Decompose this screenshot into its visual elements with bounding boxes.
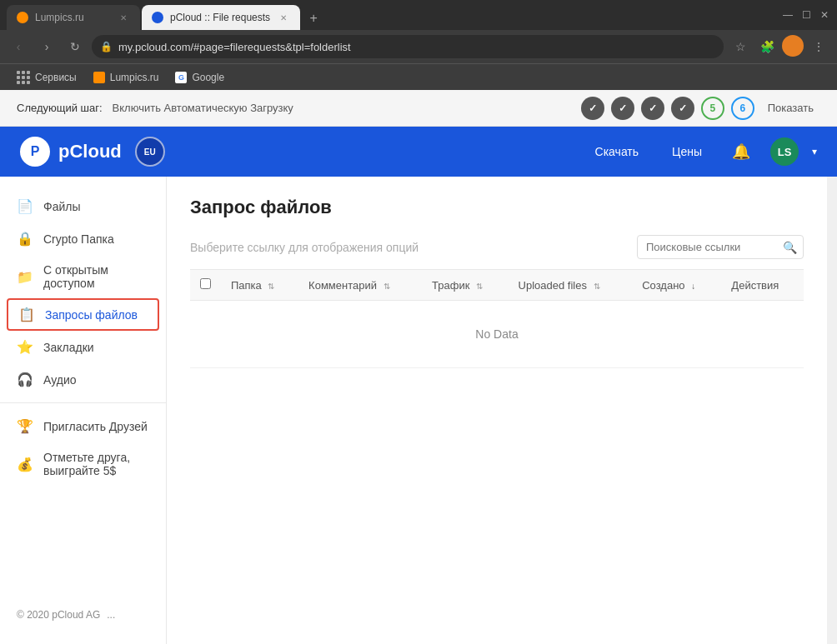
extension-button[interactable]: 🧩 <box>755 35 779 58</box>
sidebar-label-shared: С открытым доступом <box>43 263 149 290</box>
browser-chrome: Lumpics.ru ✕ pCloud :: File requests ✕ +… <box>0 0 837 90</box>
step-circles: ✓ ✓ ✓ ✓ 5 6 Показать <box>581 97 820 120</box>
step-circle-4: ✓ <box>671 97 694 120</box>
bookmark-services[interactable]: Сервисы <box>10 67 83 87</box>
bookmark-services-label: Сервисы <box>35 72 77 83</box>
lock-icon: 🔒 <box>100 41 113 52</box>
maximize-button[interactable]: ☐ <box>800 9 812 21</box>
sidebar-item-audio[interactable]: 🎧 Аудио <box>0 363 166 396</box>
search-input[interactable] <box>637 235 804 259</box>
browser-tab-pcloud[interactable]: pCloud :: File requests ✕ <box>142 5 300 30</box>
col-traffic: Трафик ⇅ <box>422 270 508 301</box>
folder-sort-icon[interactable]: ⇅ <box>268 282 274 291</box>
scrollbar[interactable] <box>827 177 837 644</box>
sidebar-item-refer[interactable]: 💰 Отметьте друга, выиграйте 5$ <box>0 442 166 486</box>
browser-tab-lumpics[interactable]: Lumpics.ru ✕ <box>7 5 140 30</box>
header-avatar[interactable]: LS <box>770 137 799 166</box>
data-table: Папка ⇅ Комментарий ⇅ Трафик ⇅ Uploade <box>190 269 804 368</box>
invite-icon: 🏆 <box>17 418 33 434</box>
sidebar-item-filerequests[interactable]: 📋 Запросы файлов <box>7 298 159 331</box>
close-button[interactable]: ✕ <box>819 9 830 21</box>
col-created: Создано ↓ <box>632 270 721 301</box>
sidebar-label-refer: Отметьте друга, выиграйте 5$ <box>43 451 149 477</box>
no-data-row: No Data <box>190 301 804 368</box>
sidebar-item-bookmarks[interactable]: ⭐ Закладки <box>0 331 166 363</box>
tabs-area: Lumpics.ru ✕ pCloud :: File requests ✕ + <box>7 0 782 30</box>
footer-more[interactable]: ... <box>107 609 115 621</box>
sidebar: 📄 Файлы 🔒 Crypto Папка 📁 С открытым дост… <box>0 177 167 644</box>
sidebar-label-crypto: Crypto Папка <box>43 232 114 246</box>
sidebar-item-invite[interactable]: 🏆 Пригласить Друзей <box>0 410 166 442</box>
sidebar-label-bookmarks: Закладки <box>43 341 94 354</box>
step-bar-label: Следующий шаг: <box>17 102 103 114</box>
col-folder: Папка ⇅ <box>221 270 298 301</box>
step-bar: Следующий шаг: Включить Автоматическую З… <box>0 90 837 127</box>
bookmarks-bar: Сервисы Lumpics.ru G Google <box>0 63 837 90</box>
browser-profile-avatar[interactable] <box>782 35 804 57</box>
sidebar-label-files: Файлы <box>43 200 80 213</box>
tab-close-lumpics[interactable]: ✕ <box>117 11 130 24</box>
new-tab-button[interactable]: + <box>302 7 325 30</box>
sidebar-footer: © 2020 pCloud AG ... <box>0 599 166 631</box>
header-prices-btn[interactable]: Цены <box>662 138 712 165</box>
step-circle-6: 6 <box>731 97 754 120</box>
forward-button[interactable]: › <box>35 35 58 58</box>
step-circle-2: ✓ <box>611 97 634 120</box>
sidebar-item-shared[interactable]: 📁 С открытым доступом <box>0 255 166 298</box>
sidebar-label-audio: Аудио <box>43 373 77 387</box>
step-circle-5: 5 <box>701 97 724 120</box>
tab-close-pcloud[interactable]: ✕ <box>277 11 290 24</box>
sidebar-label-invite: Пригласить Друзей <box>43 420 148 433</box>
step-circle-1: ✓ <box>581 97 604 120</box>
created-sort-icon[interactable]: ↓ <box>691 282 695 291</box>
uploaded-sort-icon[interactable]: ⇅ <box>594 282 600 291</box>
select-all-checkbox[interactable] <box>200 278 211 289</box>
col-comment: Комментарий ⇅ <box>298 270 422 301</box>
table-toolbar: Выберите ссылку для отображения опций 🔍 <box>190 235 804 259</box>
table-hint: Выберите ссылку для отображения опций <box>190 241 418 254</box>
col-checkbox <box>190 270 221 301</box>
header-download-btn[interactable]: Скачать <box>585 138 649 165</box>
address-input[interactable] <box>92 35 724 58</box>
page-content: Запрос файлов Выберите ссылку для отобра… <box>167 177 827 644</box>
reload-button[interactable]: ↻ <box>63 35 87 58</box>
step-circle-3: ✓ <box>641 97 664 120</box>
address-actions: ☆ 🧩 ⋮ <box>729 35 830 58</box>
step-show-button[interactable]: Показать <box>761 98 820 117</box>
webpage: Следующий шаг: Включить Автоматическую З… <box>0 90 837 644</box>
comment-sort-icon[interactable]: ⇅ <box>383 282 390 291</box>
pcloud-logo-text: pCloud <box>58 141 122 162</box>
eu-badge: EU <box>135 137 165 167</box>
minimize-button[interactable]: — <box>782 9 794 21</box>
main-content: 📄 Файлы 🔒 Crypto Папка 📁 С открытым дост… <box>0 177 837 644</box>
lumpics-favicon <box>93 72 105 83</box>
window-controls: — ☐ ✕ <box>782 9 830 21</box>
title-bar: Lumpics.ru ✕ pCloud :: File requests ✕ +… <box>0 0 837 30</box>
refer-icon: 💰 <box>17 457 33 472</box>
bookmarks-icon: ⭐ <box>17 339 33 355</box>
eu-text: EU <box>144 147 156 157</box>
header-dropdown-arrow[interactable]: ▾ <box>812 146 817 157</box>
sidebar-item-crypto[interactable]: 🔒 Crypto Папка <box>0 222 166 255</box>
menu-button[interactable]: ⋮ <box>807 35 830 58</box>
footer-copyright: © 2020 pCloud AG <box>17 609 100 621</box>
tab-favicon-lumpics <box>17 12 28 23</box>
star-button[interactable]: ☆ <box>729 35 752 58</box>
back-button[interactable]: ‹ <box>7 35 30 58</box>
services-grid-icon <box>17 71 30 84</box>
step-bar-value: Включить Автоматическую Загрузку <box>113 102 293 114</box>
tab-title-pcloud: pCloud :: File requests <box>170 12 270 23</box>
crypto-icon: 🔒 <box>17 231 33 247</box>
pcloud-header: P pCloud EU Скачать Цены 🔔 LS ▾ <box>0 127 837 177</box>
col-uploaded: Uploaded files ⇅ <box>509 270 633 301</box>
bookmark-lumpics[interactable]: Lumpics.ru <box>87 68 166 87</box>
bookmark-google[interactable]: G Google <box>168 68 231 87</box>
bookmark-google-label: Google <box>192 72 224 83</box>
pcloud-logo[interactable]: P pCloud <box>20 137 122 167</box>
tab-title-lumpics: Lumpics.ru <box>35 12 110 23</box>
traffic-sort-icon[interactable]: ⇅ <box>476 282 483 291</box>
header-bell-icon[interactable]: 🔔 <box>725 136 757 167</box>
no-data-text: No Data <box>475 327 518 341</box>
files-icon: 📄 <box>17 198 33 214</box>
sidebar-item-files[interactable]: 📄 Файлы <box>0 190 166 222</box>
